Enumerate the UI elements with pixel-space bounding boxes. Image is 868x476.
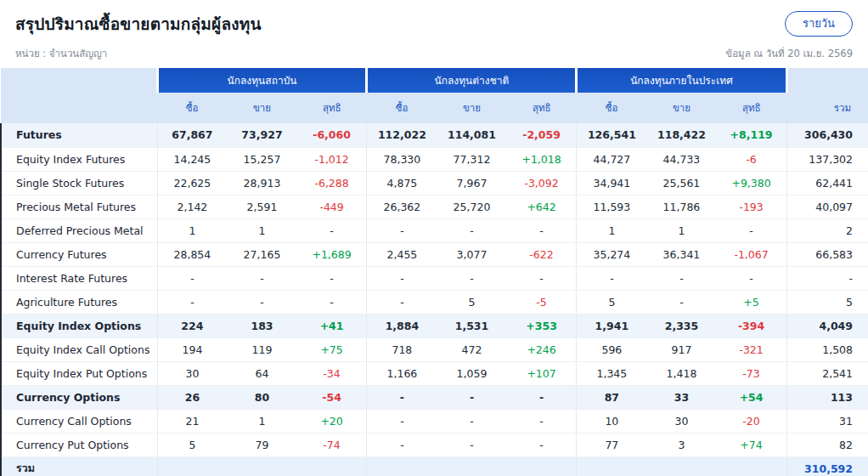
sell-cell: 1	[227, 218, 296, 242]
subheader-sell: ขาย	[227, 93, 296, 123]
topbar: สรุปปริมาณซื้อขายตามกลุ่มผู้ลงทุน รายวัน	[15, 11, 853, 37]
sell-cell: 27,165	[227, 242, 296, 266]
net-cell: -3,092	[507, 171, 577, 195]
net-cell: -	[297, 218, 367, 242]
row-label: Currency Call Options	[1, 409, 157, 433]
buy-cell: 77	[577, 433, 646, 456]
net-cell: -321	[717, 337, 786, 361]
net-cell: +74	[717, 433, 786, 456]
buy-cell: 1,345	[577, 361, 646, 385]
buy-cell: 44,727	[577, 147, 646, 171]
net-cell: +54	[717, 385, 786, 409]
net-cell: -	[507, 409, 577, 433]
buy-cell: 126,541	[577, 123, 646, 147]
row-label: Equity Index Put Options	[1, 361, 157, 385]
buy-cell: 194	[157, 337, 227, 361]
buy-cell: 2,455	[367, 242, 437, 266]
buy-cell: 26,362	[367, 195, 437, 218]
buy-cell: -	[157, 266, 227, 290]
row-total: 2	[786, 218, 868, 242]
sell-cell: 2,335	[646, 314, 716, 337]
sell-cell: 183	[227, 314, 296, 337]
buy-cell: 4,875	[367, 171, 437, 195]
page-title: สรุปปริมาณซื้อขายตามกลุ่มผู้ลงทุน	[15, 11, 262, 37]
table-row: Currency Futures28,85427,165+1,6892,4553…	[1, 242, 868, 266]
row-label: Precious Metal Futures	[1, 195, 157, 218]
daily-view-button[interactable]: รายวัน	[785, 11, 853, 37]
buy-cell: 26	[157, 385, 227, 409]
buy-cell: 1,884	[367, 314, 437, 337]
buy-cell: 1	[577, 218, 646, 242]
row-total: -	[786, 266, 868, 290]
sell-cell: 11,786	[646, 195, 716, 218]
table-row: Currency Put Options579-74---773+7482	[1, 433, 868, 456]
table-row: Interest Rate Futures----------	[1, 266, 868, 290]
sell-cell: 472	[437, 337, 506, 361]
table-head: นักลงทุนสถาบัน นักลงทุนต่างชาติ นักลงทุน…	[1, 68, 868, 123]
net-cell	[297, 456, 367, 476]
sell-cell: -	[437, 218, 506, 242]
group-header-institution: นักลงทุนสถาบัน	[157, 68, 367, 93]
buy-cell: 78,330	[367, 147, 437, 171]
buy-cell: 2,142	[157, 195, 227, 218]
net-cell: -54	[297, 385, 367, 409]
row-total: 2,541	[786, 361, 868, 385]
net-cell: +246	[507, 337, 577, 361]
buy-cell: 22,625	[157, 171, 227, 195]
row-total: 5	[786, 290, 868, 314]
row-label: รวม	[1, 456, 157, 476]
sell-cell: 80	[227, 385, 296, 409]
sell-cell: -	[646, 290, 716, 314]
buy-cell: 224	[157, 314, 227, 337]
net-cell: -73	[717, 361, 786, 385]
sell-cell: 114,081	[437, 123, 506, 147]
buy-cell: -	[577, 266, 646, 290]
buy-cell: 34,941	[577, 171, 646, 195]
net-cell: -449	[297, 195, 367, 218]
row-total: 310,592	[786, 456, 868, 476]
table-row: Equity Index Call Options194119+75718472…	[1, 337, 868, 361]
table-row: Currency Call Options211+20---1030-2031	[1, 409, 868, 433]
row-label: Single Stock Futures	[1, 171, 157, 195]
net-cell: -	[507, 266, 577, 290]
sell-cell: -	[437, 433, 506, 456]
row-label: Equity Index Call Options	[1, 337, 157, 361]
net-cell: +8,119	[717, 123, 786, 147]
subheader-net: สุทธิ	[717, 93, 786, 123]
net-cell: -	[297, 290, 367, 314]
net-cell	[507, 456, 577, 476]
buy-cell: 1,166	[367, 361, 437, 385]
buy-cell: 67,867	[157, 123, 227, 147]
sell-cell: 119	[227, 337, 296, 361]
net-cell: -20	[717, 409, 786, 433]
subheader-net: สุทธิ	[297, 93, 367, 123]
buy-cell: 112,022	[367, 123, 437, 147]
row-total: 137,302	[786, 147, 868, 171]
sell-cell: 917	[646, 337, 716, 361]
sell-cell: 28,913	[227, 171, 296, 195]
net-cell: +353	[507, 314, 577, 337]
sell-cell: -	[227, 266, 296, 290]
buy-cell: 35,274	[577, 242, 646, 266]
row-label: Currency Options	[1, 385, 157, 409]
net-cell: -	[507, 433, 577, 456]
net-cell: +1,689	[297, 242, 367, 266]
buy-cell: -	[157, 290, 227, 314]
table-row: Futures67,86773,927-6,060112,022114,081-…	[1, 123, 868, 147]
buy-cell: -	[367, 218, 437, 242]
buy-cell	[577, 456, 646, 476]
sell-cell	[437, 456, 506, 476]
buy-cell: 1	[157, 218, 227, 242]
sell-cell: 30	[646, 409, 716, 433]
net-cell: -394	[717, 314, 786, 337]
sell-cell: 1	[227, 409, 296, 433]
table-row: Equity Index Put Options3064-341,1661,05…	[1, 361, 868, 385]
sell-cell: 3,077	[437, 242, 506, 266]
group-header-row: นักลงทุนสถาบัน นักลงทุนต่างชาติ นักลงทุน…	[1, 68, 868, 93]
buy-cell: -	[367, 266, 437, 290]
row-label: Equity Index Futures	[1, 147, 157, 171]
buy-cell: -	[367, 409, 437, 433]
row-total: 306,430	[786, 123, 868, 147]
buy-cell: 718	[367, 337, 437, 361]
net-cell: -2,059	[507, 123, 577, 147]
